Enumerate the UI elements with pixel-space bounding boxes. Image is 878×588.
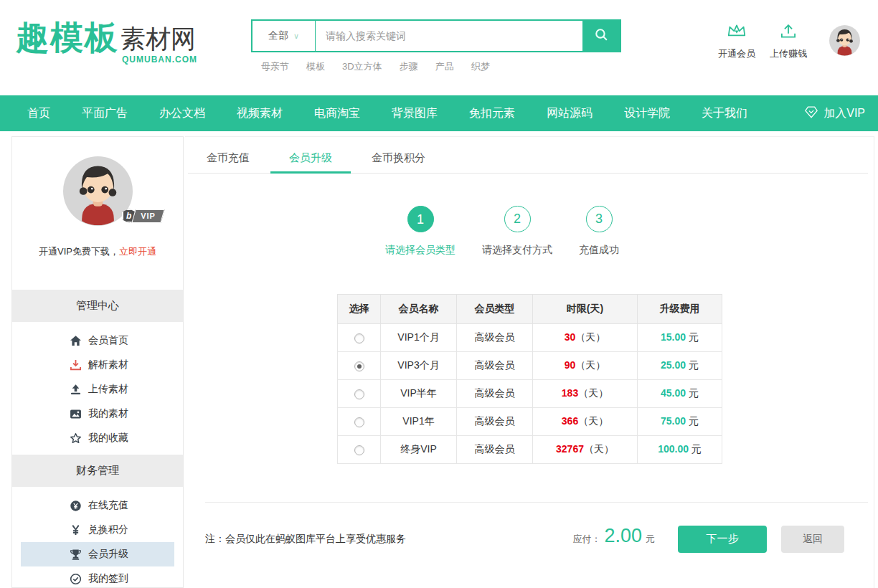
days-suffix: （天） <box>578 387 608 399</box>
bottom-bar: 注：会员仅此在蚂蚁图库平台上享受优惠服务 应付： 2.00 元 下一步 返回 <box>205 524 844 554</box>
crown-icon <box>713 22 760 43</box>
nav-item[interactable]: 设计学院 <box>624 106 670 121</box>
gem-icon <box>804 105 818 122</box>
search-button[interactable] <box>582 21 620 51</box>
tab[interactable]: 金币充值 <box>188 143 268 174</box>
sidebar: b VIP 开通VIP免费下载，立即开通 管理中心 会员首页 解析素材 上传素材 <box>11 136 184 588</box>
row-radio[interactable] <box>354 333 364 343</box>
price-unit: 元 <box>689 415 699 427</box>
step-number: 3 <box>586 206 613 232</box>
table-row: 终身VIP 高级会员 32767（天） 100.00 元 <box>338 436 722 464</box>
service-note: 注：会员仅此在蚂蚁图库平台上享受优惠服务 <box>205 533 406 546</box>
hot-word-link[interactable]: 3D立方体 <box>342 60 382 73</box>
days-suffix: （天） <box>575 331 605 343</box>
payable-group: 应付： 2.00 元 下一步 返回 <box>572 526 844 554</box>
payable-unit: 元 <box>646 533 655 546</box>
days-value: 183 <box>562 387 578 399</box>
table-header-cell: 选择 <box>338 295 381 324</box>
table-header-cell: 会员名称 <box>381 295 457 324</box>
open-membership-button[interactable]: 开通会员 <box>713 22 760 60</box>
search-icon <box>594 27 609 44</box>
logo-main-text: 趣模板 <box>16 19 119 56</box>
vip-badge: b VIP <box>122 209 163 223</box>
hot-words: 母亲节模板3D立方体步骤产品织梦 <box>261 60 490 73</box>
vip-promo-note: 开通VIP免费下载，立即开通 <box>12 245 183 258</box>
step: 3 充值成功 <box>579 206 619 257</box>
row-radio[interactable] <box>354 389 364 399</box>
section-title-finance: 财务管理 <box>12 455 183 487</box>
logo-right: 素材网 QUMUBAN.COM <box>121 19 196 59</box>
nav-item[interactable]: 网站源码 <box>547 106 593 121</box>
table-row: VIP半年 高级会员 183（天） 45.00 元 <box>338 380 722 408</box>
days-value: 366 <box>562 415 578 427</box>
sidebar-menu-item[interactable]: 会员首页 <box>21 328 174 353</box>
search-category-dropdown[interactable]: 全部 ∨ <box>252 21 316 51</box>
table-row: VIP3个月 高级会员 90（天） 25.00 元 <box>338 352 722 380</box>
nav-item[interactable]: 关于我们 <box>702 106 747 121</box>
join-vip-label: 加入VIP <box>823 106 865 121</box>
step-number: 1 <box>407 206 434 232</box>
vip-badge-tag: VIP <box>131 209 164 223</box>
member-type: 高级会员 <box>457 324 533 352</box>
sidebar-menu-item[interactable]: 我的收藏 <box>21 426 174 450</box>
sidebar-menu-item[interactable]: 解析素材 <box>21 353 174 377</box>
member-name: VIP3个月 <box>381 352 457 380</box>
sidebar-item-label: 兑换积分 <box>88 523 128 536</box>
price-value: 25.00 <box>661 359 686 371</box>
table-header-row: 选择会员名称会员类型时限(天)升级费用 <box>338 295 722 324</box>
hot-word-link[interactable]: 织梦 <box>471 60 490 73</box>
step-label: 充值成功 <box>579 244 619 257</box>
join-vip-button[interactable]: 加入VIP <box>804 95 865 131</box>
nav-item[interactable]: 首页 <box>27 106 50 121</box>
nav-item[interactable]: 办公文档 <box>159 106 205 121</box>
member-type: 高级会员 <box>457 436 533 464</box>
sidebar-menu-item[interactable]: 兑换积分 <box>21 518 174 542</box>
sidebar-item-label: 我的素材 <box>88 407 128 420</box>
sidebar-item-label: 会员首页 <box>88 334 128 347</box>
price-value: 75.00 <box>661 415 686 427</box>
row-radio[interactable] <box>354 361 364 371</box>
payable-amount: 2.00 <box>604 526 642 546</box>
row-radio[interactable] <box>354 445 364 455</box>
sidebar-item-label: 解析素材 <box>88 359 128 371</box>
sidebar-menu-item[interactable]: 上传素材 <box>21 377 174 402</box>
open-now-link[interactable]: 立即开通 <box>119 246 156 257</box>
upload-earn-button[interactable]: 上传赚钱 <box>765 22 812 60</box>
hot-word-link[interactable]: 模板 <box>306 60 325 73</box>
upload-icon <box>70 384 82 396</box>
step-label: 请选择支付方式 <box>482 244 552 257</box>
hot-word-link[interactable]: 母亲节 <box>261 60 289 73</box>
site-logo[interactable]: 趣模板 素材网 QUMUBAN.COM <box>16 19 196 59</box>
search-input[interactable] <box>316 21 582 51</box>
upload-icon <box>765 22 812 43</box>
tab[interactable]: 金币换积分 <box>353 143 444 174</box>
nav-item[interactable]: 背景图库 <box>392 106 438 121</box>
chevron-down-icon: ∨ <box>293 32 299 41</box>
nav-item[interactable]: 免扣元素 <box>469 106 515 121</box>
nav-item[interactable]: 视频素材 <box>237 106 283 121</box>
days-suffix: （天） <box>575 359 605 371</box>
sidebar-menu-item[interactable]: 在线充值 <box>21 493 174 518</box>
upload-earn-label: 上传赚钱 <box>765 47 812 60</box>
next-step-button[interactable]: 下一步 <box>678 526 767 553</box>
step-number: 2 <box>504 206 531 232</box>
row-radio[interactable] <box>354 417 364 427</box>
step: 2 请选择支付方式 <box>482 206 552 257</box>
member-type: 高级会员 <box>457 380 533 408</box>
sidebar-menu-item[interactable]: 我的签到 <box>21 566 174 588</box>
coin-icon <box>70 500 82 512</box>
trophy-icon <box>70 549 82 561</box>
sidebar-menu-item[interactable]: 我的素材 <box>21 402 174 426</box>
tab[interactable]: 会员升级 <box>270 143 351 174</box>
price-unit: 元 <box>691 443 702 455</box>
back-button[interactable]: 返回 <box>781 526 844 553</box>
hot-word-link[interactable]: 产品 <box>435 60 454 73</box>
nav-item[interactable]: 电商淘宝 <box>314 106 360 121</box>
nav-item[interactable]: 平面广告 <box>82 106 128 121</box>
logo-sub-text: 素材网 <box>121 24 196 52</box>
member-name: VIP1个月 <box>381 324 457 352</box>
member-type: 高级会员 <box>457 408 533 436</box>
hot-word-link[interactable]: 步骤 <box>400 60 418 73</box>
user-avatar[interactable] <box>829 25 860 56</box>
sidebar-menu-item[interactable]: 会员升级 <box>21 542 174 566</box>
